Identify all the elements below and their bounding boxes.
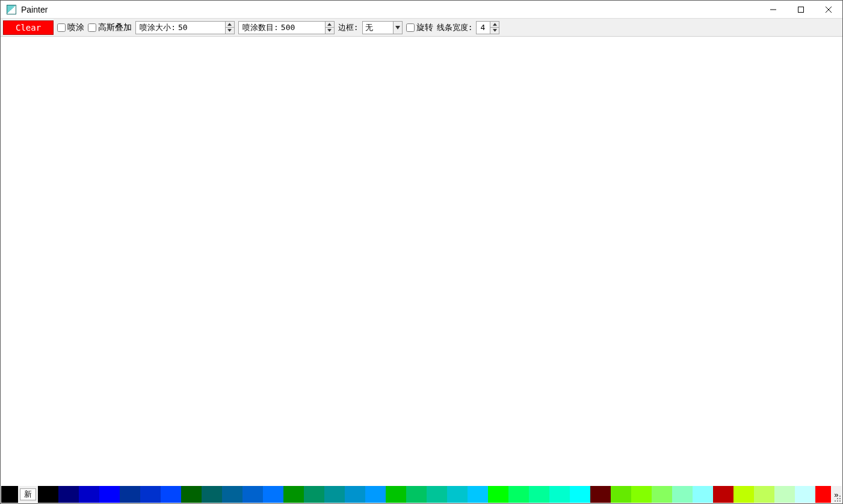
rotate-checkbox[interactable] xyxy=(406,23,415,32)
spray-count-spinner[interactable]: 喷涂数目: xyxy=(238,21,335,34)
color-swatch[interactable] xyxy=(242,486,263,503)
gaussian-checkbox-label: 高斯叠加 xyxy=(98,22,132,33)
color-swatch[interactable] xyxy=(815,486,831,503)
spray-checkbox-wrap[interactable]: 喷涂 xyxy=(57,22,84,33)
line-width-label: 线条宽度: xyxy=(437,22,473,33)
color-swatch[interactable] xyxy=(754,486,774,503)
color-swatch[interactable] xyxy=(365,486,386,503)
svg-marker-7 xyxy=(327,29,332,32)
color-swatch[interactable] xyxy=(468,486,488,503)
drawing-canvas[interactable] xyxy=(1,37,842,485)
app-window: Painter Clear 喷涂 高斯叠加 喷涂大小: xyxy=(0,0,843,504)
color-swatch[interactable] xyxy=(733,486,754,503)
swatch-container xyxy=(38,486,831,503)
toolbar: Clear 喷涂 高斯叠加 喷涂大小: 喷涂数目: 边框: xyxy=(1,19,842,37)
chevron-up-icon[interactable] xyxy=(326,22,334,28)
color-swatch[interactable] xyxy=(693,486,713,503)
chevron-down-icon[interactable] xyxy=(226,27,234,34)
svg-marker-4 xyxy=(227,23,232,25)
color-swatch[interactable] xyxy=(611,486,631,503)
color-swatch[interactable] xyxy=(795,486,815,503)
spray-count-prefix: 喷涂数目: xyxy=(239,22,280,33)
current-color-swatch[interactable] xyxy=(1,486,18,503)
rotate-checkbox-label: 旋转 xyxy=(416,22,433,33)
clear-button[interactable]: Clear xyxy=(3,20,54,35)
color-swatch[interactable] xyxy=(140,486,161,503)
chevron-down-icon[interactable] xyxy=(490,27,499,34)
color-swatch[interactable] xyxy=(161,486,181,503)
color-swatch[interactable] xyxy=(774,486,795,503)
color-swatch[interactable] xyxy=(263,486,283,503)
svg-marker-5 xyxy=(227,29,232,32)
spray-count-input[interactable] xyxy=(280,22,325,34)
color-swatch[interactable] xyxy=(549,486,570,503)
color-swatch[interactable] xyxy=(304,486,324,503)
spray-size-input[interactable] xyxy=(177,22,225,34)
color-swatch[interactable] xyxy=(283,486,304,503)
spray-size-arrows[interactable] xyxy=(225,22,234,34)
border-label: 边框: xyxy=(338,22,359,33)
window-title: Painter xyxy=(21,5,48,14)
gaussian-checkbox[interactable] xyxy=(88,23,96,32)
spray-checkbox-label: 喷涂 xyxy=(67,22,84,33)
svg-marker-9 xyxy=(493,23,497,25)
color-palette-bar: 新 » xyxy=(1,486,842,503)
line-width-spinner[interactable] xyxy=(476,21,499,34)
close-button[interactable] xyxy=(815,1,842,19)
spray-count-arrows[interactable] xyxy=(325,22,334,34)
color-swatch[interactable] xyxy=(447,486,468,503)
color-swatch[interactable] xyxy=(386,486,406,503)
svg-marker-8 xyxy=(395,26,400,29)
color-swatch[interactable] xyxy=(181,486,202,503)
color-swatch[interactable] xyxy=(99,486,120,503)
color-swatch[interactable] xyxy=(508,486,529,503)
spray-size-prefix: 喷涂大小: xyxy=(136,22,177,33)
title-bar: Painter xyxy=(1,1,842,19)
svg-rect-1 xyxy=(798,7,804,12)
color-swatch[interactable] xyxy=(38,486,58,503)
color-swatch[interactable] xyxy=(631,486,652,503)
color-swatch[interactable] xyxy=(345,486,365,503)
color-swatch[interactable] xyxy=(120,486,140,503)
new-color-button[interactable]: 新 xyxy=(20,488,36,500)
chevron-down-icon[interactable] xyxy=(393,22,402,34)
color-swatch[interactable] xyxy=(672,486,693,503)
overflow-button[interactable]: » xyxy=(831,486,842,503)
color-swatch[interactable] xyxy=(406,486,427,503)
color-swatch[interactable] xyxy=(324,486,345,503)
color-swatch[interactable] xyxy=(652,486,672,503)
color-swatch[interactable] xyxy=(570,486,590,503)
rotate-checkbox-wrap[interactable]: 旋转 xyxy=(406,22,433,33)
chevron-down-icon[interactable] xyxy=(326,27,334,34)
spray-size-spinner[interactable]: 喷涂大小: xyxy=(135,21,235,34)
color-swatch[interactable] xyxy=(488,486,508,503)
color-swatch[interactable] xyxy=(590,486,611,503)
line-width-input[interactable] xyxy=(477,22,490,34)
color-swatch[interactable] xyxy=(713,486,733,503)
spray-checkbox[interactable] xyxy=(57,23,66,32)
svg-marker-10 xyxy=(493,29,497,32)
border-value[interactable] xyxy=(363,22,393,34)
gaussian-checkbox-wrap[interactable]: 高斯叠加 xyxy=(88,22,132,33)
svg-marker-6 xyxy=(327,23,332,25)
maximize-button[interactable] xyxy=(787,1,815,19)
color-swatch[interactable] xyxy=(529,486,549,503)
color-swatch[interactable] xyxy=(79,486,99,503)
border-combo[interactable] xyxy=(362,21,403,34)
app-icon xyxy=(7,5,16,14)
color-swatch[interactable] xyxy=(222,486,242,503)
color-swatch[interactable] xyxy=(427,486,447,503)
chevron-up-icon[interactable] xyxy=(226,22,234,28)
color-swatch[interactable] xyxy=(202,486,222,503)
line-width-arrows[interactable] xyxy=(490,22,499,34)
chevron-up-icon[interactable] xyxy=(490,22,499,28)
minimize-button[interactable] xyxy=(759,1,787,19)
color-swatch[interactable] xyxy=(58,486,79,503)
